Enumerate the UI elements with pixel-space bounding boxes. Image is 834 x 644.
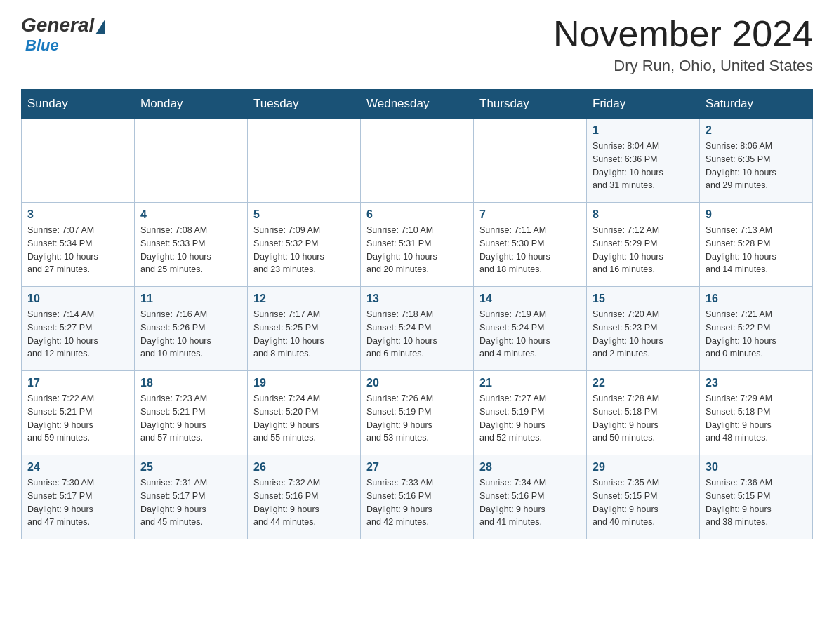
day-info: Sunrise: 7:21 AMSunset: 5:22 PMDaylight:… [706,308,807,361]
logo: General Blue [21,14,105,55]
calendar-cell: 21Sunrise: 7:27 AMSunset: 5:19 PMDayligh… [474,371,587,455]
title-area: November 2024 Dry Run, Ohio, United Stat… [553,14,813,75]
calendar-cell: 17Sunrise: 7:22 AMSunset: 5:21 PMDayligh… [22,371,135,455]
month-title: November 2024 [553,14,813,54]
calendar-cell: 16Sunrise: 7:21 AMSunset: 5:22 PMDayligh… [700,287,813,371]
day-number: 30 [706,461,807,474]
calendar-cell: 18Sunrise: 7:23 AMSunset: 5:21 PMDayligh… [135,371,248,455]
logo-general-text: General [21,14,94,36]
day-info: Sunrise: 7:26 AMSunset: 5:19 PMDaylight:… [366,392,468,445]
day-info: Sunrise: 7:09 AMSunset: 5:32 PMDaylight:… [253,224,355,276]
col-monday: Monday [135,90,248,119]
calendar-cell: 10Sunrise: 7:14 AMSunset: 5:27 PMDayligh… [22,287,135,371]
day-number: 11 [140,293,241,305]
day-info: Sunrise: 7:28 AMSunset: 5:18 PMDaylight:… [593,392,694,445]
day-number: 28 [479,461,581,474]
day-info: Sunrise: 7:11 AMSunset: 5:30 PMDaylight:… [479,224,581,276]
day-number: 13 [366,293,468,305]
day-number: 14 [479,293,581,305]
day-number: 2 [706,124,807,137]
day-info: Sunrise: 7:08 AMSunset: 5:33 PMDaylight:… [140,224,241,276]
col-tuesday: Tuesday [248,90,361,119]
page-header: General Blue November 2024 Dry Run, Ohio… [21,14,813,75]
day-number: 8 [593,208,694,221]
day-info: Sunrise: 7:22 AMSunset: 5:21 PMDaylight:… [27,392,128,445]
calendar-cell: 7Sunrise: 7:11 AMSunset: 5:30 PMDaylight… [474,203,587,287]
calendar-cell: 15Sunrise: 7:20 AMSunset: 5:23 PMDayligh… [587,287,700,371]
day-number: 22 [593,377,694,389]
logo-triangle-icon [95,19,105,34]
day-info: Sunrise: 7:10 AMSunset: 5:31 PMDaylight:… [366,224,468,276]
calendar-cell: 30Sunrise: 7:36 AMSunset: 5:15 PMDayligh… [700,455,813,539]
day-info: Sunrise: 7:33 AMSunset: 5:16 PMDaylight:… [366,476,468,529]
calendar-cell: 25Sunrise: 7:31 AMSunset: 5:17 PMDayligh… [135,455,248,539]
calendar-cell: 2Sunrise: 8:06 AMSunset: 6:35 PMDaylight… [700,119,813,203]
day-number: 16 [706,293,807,305]
calendar-table: Sunday Monday Tuesday Wednesday Thursday… [21,89,813,539]
day-info: Sunrise: 7:34 AMSunset: 5:16 PMDaylight:… [479,476,581,529]
calendar-cell: 9Sunrise: 7:13 AMSunset: 5:28 PMDaylight… [700,203,813,287]
day-number: 5 [253,208,355,221]
day-number: 7 [479,208,581,221]
day-number: 25 [140,461,241,474]
day-info: Sunrise: 7:07 AMSunset: 5:34 PMDaylight:… [27,224,128,276]
day-number: 21 [479,377,581,389]
day-info: Sunrise: 8:04 AMSunset: 6:36 PMDaylight:… [593,140,694,192]
calendar-cell [22,119,135,203]
col-thursday: Thursday [474,90,587,119]
calendar-cell: 8Sunrise: 7:12 AMSunset: 5:29 PMDaylight… [587,203,700,287]
col-sunday: Sunday [22,90,135,119]
calendar-cell: 20Sunrise: 7:26 AMSunset: 5:19 PMDayligh… [361,371,474,455]
day-info: Sunrise: 7:24 AMSunset: 5:20 PMDaylight:… [253,392,355,445]
day-info: Sunrise: 8:06 AMSunset: 6:35 PMDaylight:… [706,140,807,192]
calendar-cell [135,119,248,203]
day-info: Sunrise: 7:19 AMSunset: 5:24 PMDaylight:… [479,308,581,361]
day-info: Sunrise: 7:32 AMSunset: 5:16 PMDaylight:… [253,476,355,529]
col-friday: Friday [587,90,700,119]
calendar-cell [248,119,361,203]
calendar-cell: 4Sunrise: 7:08 AMSunset: 5:33 PMDaylight… [135,203,248,287]
day-info: Sunrise: 7:29 AMSunset: 5:18 PMDaylight:… [706,392,807,445]
calendar-cell: 12Sunrise: 7:17 AMSunset: 5:25 PMDayligh… [248,287,361,371]
day-number: 23 [706,377,807,389]
calendar-cell: 22Sunrise: 7:28 AMSunset: 5:18 PMDayligh… [587,371,700,455]
day-number: 18 [140,377,241,389]
day-info: Sunrise: 7:16 AMSunset: 5:26 PMDaylight:… [140,308,241,361]
col-saturday: Saturday [700,90,813,119]
day-info: Sunrise: 7:12 AMSunset: 5:29 PMDaylight:… [593,224,694,276]
calendar-cell: 29Sunrise: 7:35 AMSunset: 5:15 PMDayligh… [587,455,700,539]
day-info: Sunrise: 7:36 AMSunset: 5:15 PMDaylight:… [706,476,807,529]
day-number: 15 [593,293,694,305]
calendar-week-row: 10Sunrise: 7:14 AMSunset: 5:27 PMDayligh… [22,287,813,371]
day-info: Sunrise: 7:14 AMSunset: 5:27 PMDaylight:… [27,308,128,361]
day-info: Sunrise: 7:35 AMSunset: 5:15 PMDaylight:… [593,476,694,529]
day-info: Sunrise: 7:23 AMSunset: 5:21 PMDaylight:… [140,392,241,445]
calendar-week-row: 17Sunrise: 7:22 AMSunset: 5:21 PMDayligh… [22,371,813,455]
day-number: 20 [366,377,468,389]
day-info: Sunrise: 7:13 AMSunset: 5:28 PMDaylight:… [706,224,807,276]
calendar-cell [474,119,587,203]
calendar-week-row: 3Sunrise: 7:07 AMSunset: 5:34 PMDaylight… [22,203,813,287]
day-number: 4 [140,208,241,221]
day-info: Sunrise: 7:18 AMSunset: 5:24 PMDaylight:… [366,308,468,361]
day-info: Sunrise: 7:20 AMSunset: 5:23 PMDaylight:… [593,308,694,361]
calendar-week-row: 24Sunrise: 7:30 AMSunset: 5:17 PMDayligh… [22,455,813,539]
calendar-cell: 26Sunrise: 7:32 AMSunset: 5:16 PMDayligh… [248,455,361,539]
day-number: 24 [27,461,128,474]
day-number: 6 [366,208,468,221]
day-number: 12 [253,293,355,305]
day-number: 26 [253,461,355,474]
calendar-cell: 14Sunrise: 7:19 AMSunset: 5:24 PMDayligh… [474,287,587,371]
col-wednesday: Wednesday [361,90,474,119]
calendar-cell: 6Sunrise: 7:10 AMSunset: 5:31 PMDaylight… [361,203,474,287]
calendar-cell: 11Sunrise: 7:16 AMSunset: 5:26 PMDayligh… [135,287,248,371]
day-info: Sunrise: 7:30 AMSunset: 5:17 PMDaylight:… [27,476,128,529]
calendar-cell: 24Sunrise: 7:30 AMSunset: 5:17 PMDayligh… [22,455,135,539]
calendar-cell: 1Sunrise: 8:04 AMSunset: 6:36 PMDaylight… [587,119,700,203]
logo-blue-text: Blue [25,36,59,55]
calendar-cell: 13Sunrise: 7:18 AMSunset: 5:24 PMDayligh… [361,287,474,371]
calendar-cell: 3Sunrise: 7:07 AMSunset: 5:34 PMDaylight… [22,203,135,287]
day-number: 9 [706,208,807,221]
calendar-week-row: 1Sunrise: 8:04 AMSunset: 6:36 PMDaylight… [22,119,813,203]
day-info: Sunrise: 7:27 AMSunset: 5:19 PMDaylight:… [479,392,581,445]
